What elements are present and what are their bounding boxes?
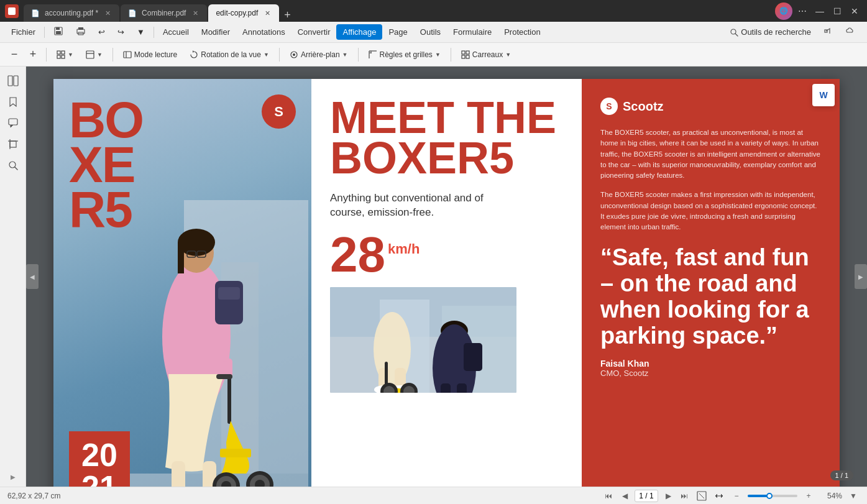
prev-page-button[interactable]: ◀ xyxy=(618,490,631,502)
toolbar-icon-save[interactable] xyxy=(47,23,70,41)
svg-rect-81 xyxy=(457,383,467,393)
svg-rect-30 xyxy=(10,141,16,147)
svg-rect-82 xyxy=(464,343,482,371)
pdf-speed-section: 28km/h xyxy=(330,230,563,280)
zoom-out-button[interactable]: − xyxy=(6,47,22,63)
last-page-button[interactable]: ⏭ xyxy=(678,490,690,502)
page-number-input[interactable] xyxy=(635,490,658,502)
tab-combiner[interactable]: 📄 Combiner.pdf ✕ xyxy=(121,4,207,22)
menu-fichier[interactable]: Fichier xyxy=(5,24,42,40)
fit-page-button[interactable] xyxy=(695,490,708,502)
toolbar-icon-dropdown[interactable]: ▼ xyxy=(131,24,151,40)
menu-convertir[interactable]: Convertir xyxy=(291,24,337,40)
zoom-out-status-button[interactable]: − xyxy=(730,490,743,502)
menu-protection[interactable]: Protection xyxy=(498,24,547,40)
tab-close-combiner[interactable]: ✕ xyxy=(191,9,200,17)
svg-rect-4 xyxy=(78,27,83,30)
pdf-right-panel: W S Scootz The BOXER5 scooter, as practi… xyxy=(582,79,840,487)
menu-search-tools[interactable]: Outils de recherche xyxy=(723,24,817,40)
pdf-viewport[interactable]: ◀ xyxy=(26,66,867,487)
menu-bar: Fichier ↩ ↪ ▼ Accueil Modifier Annotatio… xyxy=(0,22,867,43)
close-button[interactable]: ✕ xyxy=(847,4,862,19)
first-page-button[interactable]: ⏮ xyxy=(602,490,615,502)
svg-line-34 xyxy=(15,167,17,170)
svg-rect-10 xyxy=(62,51,65,54)
minimize-button[interactable]: — xyxy=(812,4,827,19)
toolbar-sep-4 xyxy=(358,48,359,62)
tab-icon: 📄 xyxy=(31,9,40,17)
pdf-bottom-image xyxy=(330,287,516,393)
zoom-slider-thumb[interactable] xyxy=(766,493,773,499)
menu-formulaire[interactable]: Formulaire xyxy=(447,24,498,40)
scroll-left-button[interactable]: ◀ xyxy=(26,264,39,289)
user-avatar[interactable]: 🌐 xyxy=(775,2,792,20)
sidebar-crop-icon[interactable] xyxy=(4,135,22,153)
menu-affichage[interactable]: Affichage xyxy=(336,24,382,40)
pdf-author-name: Faisal Khan xyxy=(600,359,821,369)
svg-rect-45 xyxy=(172,461,185,487)
next-page-button[interactable]: ▶ xyxy=(662,490,674,502)
sidebar-comment-icon[interactable] xyxy=(4,114,22,132)
svg-rect-26 xyxy=(466,55,469,58)
zoom-slider[interactable] xyxy=(748,495,797,497)
sidebar-collapse-arrow[interactable]: ▶ xyxy=(8,472,18,482)
zoom-in-status-button[interactable]: + xyxy=(802,490,815,502)
sidebar-search-icon[interactable] xyxy=(4,156,22,175)
svg-line-84 xyxy=(699,493,704,498)
more-options-button[interactable]: ⋯ xyxy=(795,4,810,19)
s-logo-left: S xyxy=(262,94,296,129)
zoom-slider-fill xyxy=(748,495,768,497)
menu-outils[interactable]: Outils xyxy=(414,24,447,40)
toolbar-sep-2 xyxy=(112,48,113,62)
toolbar-icon-cloud[interactable] xyxy=(840,23,862,41)
svg-rect-1 xyxy=(56,31,61,34)
document-dimensions: 62,92 x 29,7 cm xyxy=(7,492,60,500)
tab-close-editcopy[interactable]: ✕ xyxy=(263,9,272,17)
menu-sep-1 xyxy=(44,27,45,38)
scootz-brand-name: Scootz xyxy=(623,99,664,114)
menu-accueil[interactable]: Accueil xyxy=(157,24,195,40)
pdf-document: BOXER5 2021 S MEET THE BOXER5 Anything b… xyxy=(53,79,840,487)
toolbar-icon-print[interactable] xyxy=(70,23,92,41)
title-bar: 📄 accounting.pdf * ✕ 📄 Combiner.pdf ✕ ed… xyxy=(0,0,867,22)
menu-annotations[interactable]: Annotations xyxy=(236,24,291,40)
fit-width-button[interactable] xyxy=(713,490,725,502)
zoom-level: 54% xyxy=(820,492,842,500)
tab-editcopy[interactable]: edit-copy.pdf ✕ xyxy=(208,4,279,22)
tab-label-combiner: Combiner.pdf xyxy=(142,9,186,17)
toolbar-sep-1 xyxy=(46,48,47,62)
word-overlay-icon: W xyxy=(812,84,835,106)
view-mode-button[interactable]: ▼ xyxy=(52,48,78,62)
zoom-dropdown-button[interactable]: ▼ xyxy=(847,490,860,502)
mode-lecture-button[interactable]: Mode lecture xyxy=(118,48,182,62)
status-right-controls: ⏮ ◀ ▶ ⏭ − + 54% ▼ xyxy=(602,490,860,502)
arriere-plan-button[interactable]: Arrière-plan ▼ xyxy=(285,48,353,62)
app-icon xyxy=(5,4,19,18)
scroll-right-button[interactable]: ▶ xyxy=(855,264,867,289)
tabs-container: 📄 accounting.pdf * ✕ 📄 Combiner.pdf ✕ ed… xyxy=(24,0,775,22)
svg-rect-51 xyxy=(221,324,229,362)
tab-close-accounting[interactable]: ✕ xyxy=(103,9,112,17)
svg-rect-29 xyxy=(9,119,17,125)
sidebar-bookmark-icon[interactable] xyxy=(4,93,22,111)
rotation-button[interactable]: Rotation de la vue ▼ xyxy=(185,48,274,62)
toolbar-icon-undo[interactable]: ↩ xyxy=(92,24,111,40)
tab-label: accounting.pdf * xyxy=(45,9,98,17)
menu-modifier[interactable]: Modifier xyxy=(195,24,236,40)
regles-grilles-button[interactable]: Règles et grilles ▼ xyxy=(364,48,446,62)
toolbar-sep-5 xyxy=(451,48,451,62)
svg-rect-80 xyxy=(441,383,451,393)
sidebar-panels-icon[interactable] xyxy=(4,71,22,90)
svg-rect-54 xyxy=(216,374,232,379)
maximize-button[interactable]: ☐ xyxy=(830,4,845,19)
toolbar-icon-redo[interactable]: ↪ xyxy=(111,24,131,40)
page-layout-button[interactable]: ▼ xyxy=(81,48,108,62)
carreaux-button[interactable]: Carreaux ▼ xyxy=(456,48,516,62)
add-tab-button[interactable]: + xyxy=(280,9,295,22)
svg-rect-11 xyxy=(57,55,60,58)
menu-page[interactable]: Page xyxy=(382,24,413,40)
pdf-middle-panel: MEET THE BOXER5 Anything but conventiona… xyxy=(311,79,582,487)
toolbar-icon-share[interactable] xyxy=(817,23,840,41)
tab-accounting[interactable]: 📄 accounting.pdf * ✕ xyxy=(24,4,119,22)
zoom-in-button[interactable]: + xyxy=(25,47,41,63)
